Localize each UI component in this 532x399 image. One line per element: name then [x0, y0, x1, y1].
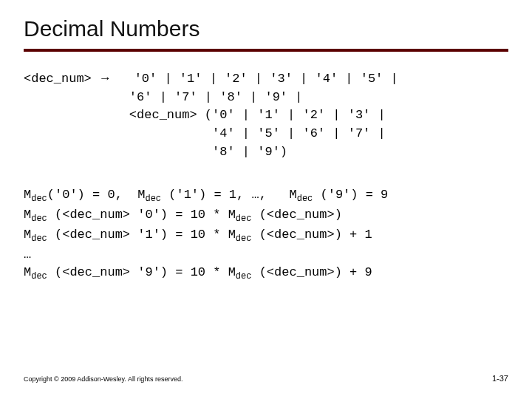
- m-sym: M: [228, 208, 236, 222]
- grammar-line-2: '6' | '7' | '8' | '9' |: [129, 90, 303, 104]
- slide: Decimal Numbers <dec_num> → '0' | '1' | …: [0, 0, 532, 399]
- sem-r1a: ('0') = 0,: [47, 188, 137, 202]
- grammar-line-1: '0' | '1' | '2' | '3' | '4' | '5' |: [134, 72, 398, 86]
- m-sym: M: [24, 265, 31, 279]
- m-sub: dec: [145, 194, 161, 205]
- m-sym: M: [24, 188, 31, 202]
- semantics-block: Mdec('0') = 0, Mdec ('1') = 1, …, Mdec (…: [24, 186, 508, 284]
- m-sym: M: [289, 188, 296, 202]
- m-sub: dec: [236, 214, 252, 224]
- m-sub: dec: [236, 233, 252, 244]
- page-title: Decimal Numbers: [24, 16, 508, 41]
- sem-r4b: (<dec_num>) + 9: [251, 265, 372, 279]
- arrow-icon: →: [99, 71, 112, 85]
- copyright-text: Copyright © 2009 Addison-Wesley. All rig…: [24, 375, 183, 383]
- sem-r3a: (<dec_num> '1') = 10 *: [47, 228, 228, 242]
- m-sub: dec: [297, 194, 313, 205]
- m-sub: dec: [31, 233, 47, 244]
- m-sym: M: [228, 228, 236, 242]
- sem-r1c: ('9') = 9: [313, 188, 388, 202]
- grammar-line-3: <dec_num> ('0' | '1' | '2' | '3' |: [129, 108, 386, 122]
- grammar-line-5: '8' | '9'): [129, 145, 287, 159]
- page-number: 1-37: [492, 374, 508, 383]
- m-sym: M: [137, 188, 145, 202]
- m-sub: dec: [236, 272, 252, 282]
- m-sub: dec: [31, 194, 47, 205]
- m-sym: M: [24, 208, 31, 222]
- title-rule: [24, 49, 508, 52]
- sem-r3b: (<dec_num>) + 1: [251, 228, 372, 242]
- sem-r2b: (<dec_num>): [251, 208, 341, 222]
- sem-r2a: (<dec_num> '0') = 10 *: [47, 208, 228, 222]
- m-sym: M: [24, 228, 31, 242]
- grammar-lhs: <dec_num>: [24, 72, 92, 86]
- m-sym: M: [228, 265, 236, 279]
- m-sub: dec: [31, 272, 47, 282]
- sem-r4a: (<dec_num> '9') = 10 *: [47, 265, 228, 279]
- grammar-block: <dec_num> → '0' | '1' | '2' | '3' | '4' …: [24, 69, 508, 161]
- sem-ellipsis: …: [24, 248, 31, 262]
- sem-r1b: ('1') = 1, …,: [161, 188, 289, 202]
- grammar-line-4: '4' | '5' | '6' | '7' |: [129, 126, 386, 140]
- m-sub: dec: [31, 214, 47, 224]
